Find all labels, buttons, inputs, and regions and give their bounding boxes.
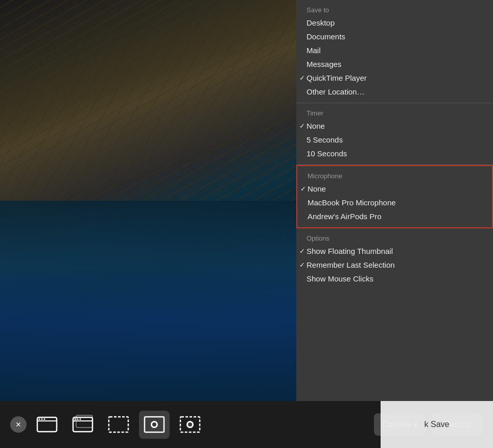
menu-item-macbook-mic[interactable]: ✓ MacBook Pro Microphone — [297, 196, 492, 209]
svg-point-4 — [44, 418, 45, 420]
screen-record-selection-icon — [178, 414, 202, 435]
timer-header: Timer — [296, 107, 493, 119]
save-to-section: Save to ✓ Desktop ✓ Documents ✓ Mail ✓ M… — [296, 0, 493, 103]
screen-capture-icon — [107, 414, 130, 435]
save-to-header: Save to — [296, 4, 493, 16]
menu-item-remember-selection[interactable]: ✓ Remember Last Selection — [296, 258, 493, 272]
menu-item-floating-thumbnail[interactable]: ✓ Show Floating Thumbnail — [296, 244, 493, 258]
microphone-header: Microphone — [297, 170, 492, 182]
checkmark-mic-none: ✓ — [300, 185, 306, 193]
dropdown-menu: Save to ✓ Desktop ✓ Documents ✓ Mail ✓ M… — [296, 0, 493, 401]
checkmark-timer-none: ✓ — [299, 122, 305, 130]
screen-record-selection-button[interactable] — [175, 411, 205, 439]
options-section: Options ✓ Show Floating Thumbnail ✓ Reme… — [296, 228, 493, 290]
window-capture-2-button[interactable] — [67, 411, 98, 439]
close-icon: ✕ — [15, 420, 21, 429]
microphone-section: Microphone ✓ None ✓ MacBook Pro Micropho… — [296, 165, 493, 228]
screen-record-icon — [143, 414, 166, 435]
svg-point-8 — [77, 418, 79, 420]
menu-item-mic-none[interactable]: ✓ None — [297, 182, 492, 196]
svg-point-3 — [41, 418, 43, 420]
toolbar-tools: ✕ — [10, 411, 374, 439]
screen-capture-button[interactable] — [103, 411, 134, 439]
checkmark-remember: ✓ — [299, 261, 305, 269]
menu-item-airpods[interactable]: ✓ Andrew's AirPods Pro — [297, 209, 492, 223]
window-capture-button[interactable] — [32, 411, 62, 439]
options-header: Options — [296, 232, 493, 244]
menu-item-documents[interactable]: ✓ Documents — [296, 30, 493, 43]
svg-rect-0 — [37, 417, 57, 432]
screen-record-button[interactable] — [139, 411, 170, 439]
svg-rect-11 — [109, 417, 128, 432]
right-overlay-text: k Save — [381, 401, 493, 448]
svg-point-14 — [152, 422, 156, 427]
right-overlay-content: k Save — [425, 420, 450, 429]
menu-item-desktop[interactable]: ✓ Desktop — [296, 16, 493, 30]
menu-item-5sec[interactable]: ✓ 5 Seconds — [296, 133, 493, 147]
menu-item-quicktime[interactable]: ✓ QuickTime Player — [296, 71, 493, 85]
window-capture-2-icon — [71, 414, 95, 435]
close-button[interactable]: ✕ — [10, 416, 27, 433]
svg-point-17 — [188, 422, 192, 427]
checkmark-quicktime: ✓ — [299, 74, 305, 82]
menu-item-timer-none[interactable]: ✓ None — [296, 119, 493, 133]
background-photo — [0, 0, 296, 401]
window-capture-icon — [35, 414, 59, 435]
menu-item-10sec[interactable]: ✓ 10 Seconds — [296, 147, 493, 160]
timer-section: Timer ✓ None ✓ 5 Seconds ✓ 10 Seconds — [296, 103, 493, 165]
menu-item-messages[interactable]: ✓ Messages — [296, 57, 493, 71]
checkmark-floating: ✓ — [299, 247, 305, 255]
menu-item-mail[interactable]: ✓ Mail — [296, 43, 493, 57]
menu-item-show-clicks[interactable]: ✓ Show Mouse Clicks — [296, 272, 493, 286]
svg-point-2 — [39, 418, 40, 420]
svg-point-9 — [80, 418, 81, 420]
svg-point-7 — [75, 418, 76, 420]
menu-item-other-location[interactable]: ✓ Other Location… — [296, 85, 493, 99]
